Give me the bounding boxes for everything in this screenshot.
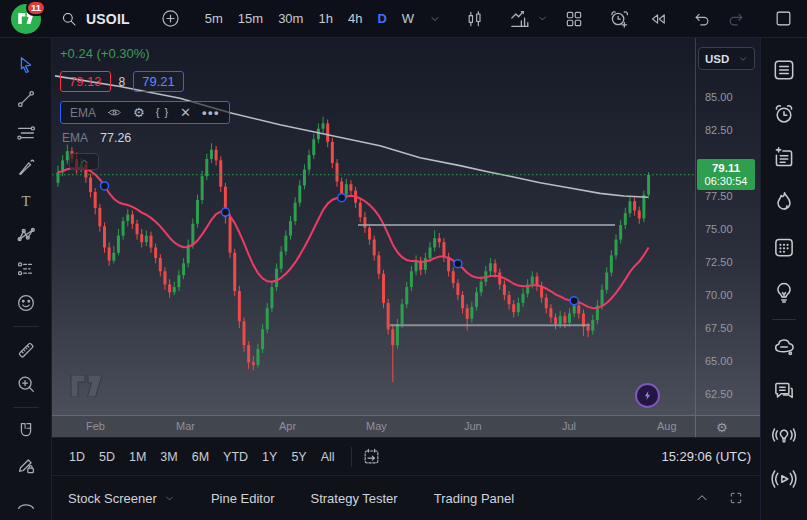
tab-trading-panel[interactable]: Trading Panel xyxy=(434,491,514,506)
watchlist-icon[interactable] xyxy=(766,52,802,88)
alert-plus-icon[interactable] xyxy=(608,8,630,30)
hotlists-flame-icon[interactable] xyxy=(766,184,802,220)
tab-label: Stock Screener xyxy=(68,491,157,506)
brush-tool-button[interactable] xyxy=(9,150,43,184)
timeframe-1h[interactable]: 1h xyxy=(318,11,332,26)
video-streams-icon[interactable] xyxy=(766,461,802,497)
text-tool-button[interactable]: T xyxy=(9,184,43,218)
go-to-date-icon[interactable] xyxy=(362,447,381,466)
clock-utc-label[interactable]: 15:29:06 (UTC) xyxy=(661,449,760,464)
price-tick: 85.00 xyxy=(705,91,733,103)
eye-icon[interactable] xyxy=(107,105,122,120)
account-menu[interactable]: 11 xyxy=(11,4,41,34)
minds-icon[interactable] xyxy=(766,329,802,365)
cursor-tool-button[interactable] xyxy=(9,48,43,82)
fib-retracement-tool-button[interactable] xyxy=(9,116,43,150)
chart-module: +0.24 (+0.30%) 79.13 8 79.21 EMA ⚙ { } ✕… xyxy=(52,38,760,520)
change-percent-label: +0.24 (+0.30%) xyxy=(60,46,230,61)
data-window-plus-icon[interactable] xyxy=(766,140,802,176)
expand-panel-icon[interactable] xyxy=(694,490,710,506)
bar-countdown-label: 06:30:54 xyxy=(697,175,755,188)
tradingview-watermark-icon[interactable] xyxy=(68,375,105,401)
chat-icon[interactable] xyxy=(766,373,802,409)
live-streams-icon[interactable] xyxy=(766,417,802,453)
indicators-icon[interactable] xyxy=(509,8,531,30)
ideas-bulb-icon[interactable] xyxy=(766,274,802,310)
range-all[interactable]: All xyxy=(321,450,335,464)
emoji-tool-button[interactable] xyxy=(9,286,43,320)
trend-line-tool-button[interactable] xyxy=(9,82,43,116)
axis-settings-corner[interactable]: ⚙ xyxy=(695,416,760,438)
drawing-toolbar: T xyxy=(0,38,52,520)
measure-tool-button[interactable] xyxy=(9,333,43,367)
gear-icon[interactable]: ⚙ xyxy=(133,106,145,119)
top-toolbar: 11 USOIL 5m15m30m1h4hDW xyxy=(0,0,807,38)
calendar-icon[interactable] xyxy=(766,229,802,265)
tab-pine-editor[interactable]: Pine Editor xyxy=(211,491,275,506)
range-button-group: 1D5D1M3M6MYTD1Y5YAll xyxy=(69,450,349,464)
timeframe-d[interactable]: D xyxy=(377,11,386,26)
indicator-name-label: EMA xyxy=(70,106,96,120)
range-6m[interactable]: 6M xyxy=(192,450,209,464)
symbol-search-button[interactable]: USOIL xyxy=(60,10,130,28)
range-1y[interactable]: 1Y xyxy=(262,450,277,464)
lock-drawings-button[interactable] xyxy=(9,448,43,482)
tab-stock-screener[interactable]: Stock Screener xyxy=(68,491,175,506)
divider xyxy=(772,319,796,320)
layout-grid-icon[interactable] xyxy=(564,9,584,29)
tab-label: Pine Editor xyxy=(211,491,275,506)
tradingview-app: 11 USOIL 5m15m30m1h4hDW xyxy=(0,0,807,520)
timeframe-15m[interactable]: 15m xyxy=(238,11,263,26)
divider xyxy=(13,326,39,327)
range-5d[interactable]: 5D xyxy=(99,450,115,464)
indicators-caret-icon[interactable] xyxy=(537,13,548,24)
hide-drawings-button[interactable] xyxy=(9,484,43,518)
spark-boost-button[interactable] xyxy=(635,383,660,408)
undo-icon[interactable] xyxy=(692,9,712,29)
timeframe-4h[interactable]: 4h xyxy=(348,11,362,26)
restore-panel-icon[interactable] xyxy=(728,490,744,506)
candles-style-icon[interactable] xyxy=(465,9,485,29)
price-tick: 72.50 xyxy=(705,256,733,268)
indicator-value-row: EMA 77.26 xyxy=(62,131,230,145)
price-tick: 75.00 xyxy=(705,223,733,235)
bar-replay-icon[interactable] xyxy=(648,9,668,29)
alerts-clock-icon[interactable] xyxy=(766,96,802,132)
price-tick: 65.00 xyxy=(705,355,733,367)
tab-label: Strategy Tester xyxy=(310,491,397,506)
indicator-legend-row[interactable]: EMA ⚙ { } ✕ ••• xyxy=(60,101,230,124)
fullscreen-icon[interactable] xyxy=(774,9,793,28)
more-options-icon[interactable]: ••• xyxy=(202,106,220,119)
tab-strategy-tester[interactable]: Strategy Tester xyxy=(310,491,397,506)
range-1m[interactable]: 1M xyxy=(129,450,146,464)
timeframe-5m[interactable]: 5m xyxy=(205,11,223,26)
timeframe-30m[interactable]: 30m xyxy=(278,11,303,26)
range-5y[interactable]: 5Y xyxy=(291,450,306,464)
month-label: Apr xyxy=(279,420,296,432)
price-tick: 77.50 xyxy=(705,190,733,202)
forecast-tool-button[interactable] xyxy=(9,252,43,286)
close-icon[interactable]: ✕ xyxy=(180,106,191,119)
range-ytd[interactable]: YTD xyxy=(223,450,248,464)
range-3m[interactable]: 3M xyxy=(160,450,177,464)
magnet-tool-button[interactable] xyxy=(9,414,43,448)
price-tick: 67.50 xyxy=(705,322,733,334)
last-price-label: 79.11 xyxy=(697,161,755,175)
settings-gear-icon[interactable]: ⚙ xyxy=(716,420,728,435)
ask-price-button[interactable]: 79.21 xyxy=(133,71,184,92)
redo-icon[interactable] xyxy=(726,9,746,29)
timeframe-w[interactable]: W xyxy=(402,11,414,26)
indicator-name-label: EMA xyxy=(62,131,88,145)
price-axis[interactable]: 85.0082.5080.0077.5075.0072.5070.0067.50… xyxy=(696,38,760,415)
legend-collapse-button[interactable] xyxy=(69,153,99,170)
source-code-icon[interactable]: { } xyxy=(156,107,169,118)
time-axis[interactable]: FebMarAprMayJunJulAug ⚙ xyxy=(52,415,760,437)
range-1d[interactable]: 1D xyxy=(69,450,85,464)
zoom-in-tool-button[interactable] xyxy=(9,367,43,401)
add-symbol-icon[interactable] xyxy=(160,8,181,29)
currency-select[interactable]: USD xyxy=(698,47,755,70)
bid-price-button[interactable]: 79.13 xyxy=(60,71,111,92)
ema-anchors xyxy=(101,182,579,305)
xabcd-pattern-tool-button[interactable] xyxy=(9,218,43,252)
timeframe-caret-icon[interactable] xyxy=(429,13,441,25)
